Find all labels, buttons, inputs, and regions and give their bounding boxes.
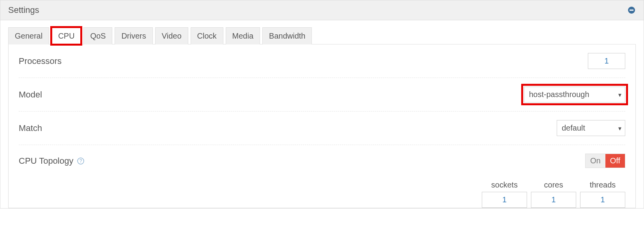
topology-cores-col: cores 1 (531, 180, 576, 208)
input-cores[interactable]: 1 (531, 192, 576, 208)
toggle-cpu-topology[interactable]: On Off (585, 154, 625, 168)
svg-text:?: ? (80, 158, 82, 164)
tab-media[interactable]: Media (226, 27, 260, 44)
input-processors[interactable]: 1 (588, 53, 625, 69)
settings-panel: Settings General CPU QoS Drivers Video C… (0, 0, 644, 209)
row-match: Match default ▾ (19, 111, 625, 145)
label-match: Match (19, 123, 42, 133)
collapse-icon[interactable] (627, 6, 636, 14)
tab-cpu[interactable]: CPU (51, 27, 81, 44)
tab-content-cpu: Processors 1 Model host-passthrough ▾ Ma… (8, 44, 636, 208)
topology-grid: sockets 1 cores 1 threads 1 (19, 177, 625, 208)
select-match[interactable]: default ▾ (557, 120, 625, 136)
label-model: Model (19, 90, 42, 100)
panel-title: Settings (8, 5, 39, 15)
toggle-on[interactable]: On (586, 154, 605, 168)
panel-body: General CPU QoS Drivers Video Clock Medi… (0, 20, 644, 208)
tab-general[interactable]: General (8, 27, 49, 44)
row-processors: Processors 1 (19, 44, 625, 78)
topology-threads-col: threads 1 (580, 180, 625, 208)
row-topology: CPU Topology ? On Off (19, 145, 625, 177)
svg-rect-1 (630, 10, 633, 11)
label-threads: threads (590, 180, 616, 189)
select-model[interactable]: host-passthrough ▾ (524, 87, 625, 103)
label-topology: CPU Topology ? (19, 156, 84, 166)
toggle-off[interactable]: Off (605, 154, 625, 168)
tab-clock[interactable]: Clock (191, 27, 223, 44)
topology-sockets-col: sockets 1 (482, 180, 527, 208)
input-threads[interactable]: 1 (580, 192, 625, 208)
label-sockets: sockets (491, 180, 518, 189)
label-processors: Processors (19, 56, 62, 66)
tabs: General CPU QoS Drivers Video Clock Medi… (8, 27, 636, 44)
tab-video[interactable]: Video (155, 27, 188, 44)
label-cores: cores (544, 180, 563, 189)
tab-bandwidth[interactable]: Bandwidth (262, 27, 312, 44)
row-model: Model host-passthrough ▾ (19, 78, 625, 111)
tab-qos[interactable]: QoS (83, 27, 112, 44)
panel-header: Settings (0, 0, 644, 20)
tab-drivers[interactable]: Drivers (115, 27, 152, 44)
help-icon[interactable]: ? (77, 157, 84, 165)
input-sockets[interactable]: 1 (482, 192, 527, 208)
